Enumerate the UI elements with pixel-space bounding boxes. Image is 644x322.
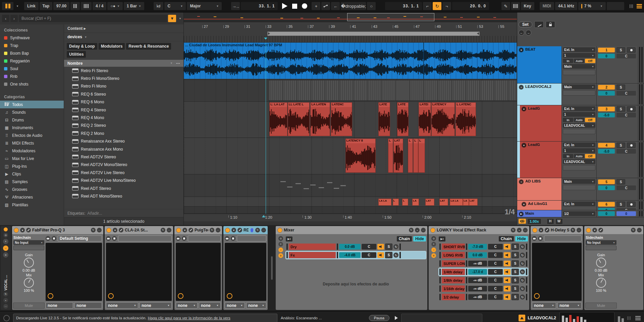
more-options-icon[interactable]: ··· [261,228,266,232]
plugin-placeholder[interactable] [106,243,172,301]
sidebar-item-grooves[interactable]: ∿Grooves [0,185,64,193]
hot-swap-icon[interactable]: ↻ [520,269,525,274]
save-icon[interactable] [538,236,543,241]
device-activator[interactable] [532,228,537,233]
arrangement-position-display[interactable]: 33. 1. 1 [241,2,278,10]
computer-midi-keyboard-button[interactable] [511,2,520,10]
device-partial[interactable]: ▼↻···SidechainNo Input▼Gain0.00 dBMix100… [584,226,643,310]
punch-out-button[interactable]: ⌐ [442,2,451,10]
monitor-off-button[interactable]: Off [585,154,595,158]
chain-name[interactable]: 1/8th delay [442,277,465,283]
mute-button[interactable]: Mute [585,303,617,309]
show-devices-icon[interactable]: ▶‖ [439,236,445,241]
metronome-tick-button[interactable] [70,2,80,10]
midi-clip[interactable]: L [393,199,399,206]
metronome-button[interactable] [81,2,92,10]
track-activator[interactable]: 2 [598,85,615,90]
hot-swap-icon[interactable]: ↻ [571,228,575,232]
return-chains-icon[interactable]: ≡ [278,253,283,258]
input-channel-select[interactable]: 1▼ [563,148,595,153]
chain-row-long-rvb[interactable]: LONG RVB0.0 dBCS↻ [439,251,528,259]
hot-swap-icon[interactable]: ↻ [520,253,525,258]
list-item[interactable]: Reel ADT Stereo [72,184,183,192]
chain-row-1-4th-delay[interactable]: 1/4th delay-17.0 dCS↻ [439,268,528,276]
save-icon[interactable] [182,236,186,241]
hot-swap-icon[interactable]: ↻ [409,228,414,232]
chain-pan[interactable]: C [488,294,503,300]
loop-start-display[interactable]: 33. 1. 1 [385,2,422,10]
map-select[interactable]: none▼ [106,302,138,309]
pan-field[interactable]: 0 [616,211,636,216]
track-activator[interactable]: 4 [598,143,615,148]
device-title-bar[interactable]: ▼RDeEss...↻··· [223,226,268,234]
draw-mode-button[interactable]: ✎ [501,2,510,10]
chain-volume[interactable]: -7.0 dB [468,244,487,250]
more-options-icon[interactable]: ··· [421,228,426,232]
chain-row-fx[interactable]: Fx-4.0 dBCS↻ [286,251,426,259]
hide-tab[interactable]: Hide [515,236,528,241]
pan-field[interactable]: C [616,113,636,117]
monitor-auto-button[interactable]: Auto [574,59,584,63]
volume-field[interactable]: 0 [598,208,615,210]
filter-chip[interactable]: Delay & Loop [67,43,97,50]
monitor-auto-button[interactable]: Auto [574,154,584,158]
chain-name[interactable]: LONG RVB [442,252,465,258]
chain-tab[interactable]: Chain [397,236,412,241]
draw-grid-button[interactable]: �droppable; [341,2,366,10]
chain-pan[interactable]: C [488,286,503,291]
devices-view-icon[interactable]: ◎ [3,233,8,237]
device-title-bar[interactable]: ▼CLA-2A St...↻··· [105,226,173,234]
audio-clip[interactable]: LATEI [419,102,431,136]
hot-swap-icon[interactable]: ↻ [631,228,636,232]
device-activator[interactable] [106,228,111,233]
sidebar-item-instruments[interactable]: ▦Instruments [0,124,64,131]
plugin-window-icon[interactable] [26,228,31,232]
map-select[interactable]: none▼ [199,302,221,309]
pan-field[interactable]: C [616,185,636,190]
chain-solo-button[interactable]: S [512,252,519,258]
chain-pan[interactable]: C [488,269,503,275]
audio-clip[interactable]: L LATENC [455,102,476,136]
key-map-button[interactable]: Key [521,2,534,10]
solo-button[interactable]: S [616,106,625,112]
chain-row-short-rvb[interactable]: SHORT RVB-7.0 dBCS↻ [439,243,528,251]
zoom-level[interactable]: 1.00x [527,218,541,224]
list-item[interactable]: REQ 6 Mono [72,98,183,106]
chain-volume[interactable]: -17.0 d [468,269,487,275]
device-h-delay-st-[interactable]: ▼H-Delay St...↻···none▼none▼ [531,226,583,310]
device-activator[interactable] [586,228,591,233]
track-activator[interactable]: 6 [598,202,615,207]
plugin-placeholder[interactable] [46,243,102,301]
preset-name-field[interactable] [544,235,582,241]
track-name-cell[interactable]: ▶Main [517,210,561,217]
device-title-bar[interactable]: ▼↻··· [584,226,643,234]
fold-icon[interactable]: ▼ [519,48,524,52]
quantize-menu[interactable]: ○●▼ [107,2,122,10]
solo-button[interactable]: S [616,143,625,148]
fold-icon[interactable]: ▼ [522,143,526,148]
preset-name-field[interactable] [118,235,172,241]
link-button[interactable]: Link [24,2,39,10]
collection-item[interactable]: One shots [0,80,64,88]
hot-swap-icon[interactable]: ↻ [520,244,525,249]
loop-length-display[interactable]: 20. 0. 0 [452,2,489,10]
audio-clip[interactable]: LA LATEN [310,102,330,136]
punch-in-button[interactable]: ⌐ [423,2,432,10]
solo-button[interactable]: S [616,85,625,90]
list-options-icon[interactable]: ··· [176,61,180,66]
track-header-ad-libs[interactable]: ≡AD LIBSMain▼5S0C [517,178,644,201]
map-select[interactable]: none▼ [532,302,556,309]
list-item[interactable]: Renaissance Axx Stereo [72,138,183,145]
hot-swap-icon[interactable]: ↻ [161,228,165,232]
pause-button[interactable]: Pausa [369,315,389,321]
add-chain-icon[interactable]: + [278,242,283,247]
hot-swap-icon[interactable]: ↻ [393,253,398,258]
track-header-ad-libsg1[interactable]: ▼Ad LibsG1Ext. In▼6S0C [517,201,644,210]
return-chains-icon[interactable]: ≡ [431,253,436,258]
mute-button[interactable]: Mute [13,303,45,309]
loop-button[interactable]: ↻ [433,2,441,10]
chain-pan[interactable]: C [488,261,503,266]
audio-clip[interactable]: L [413,139,418,173]
stop-button[interactable] [292,4,297,9]
folder-icon[interactable] [46,236,50,241]
